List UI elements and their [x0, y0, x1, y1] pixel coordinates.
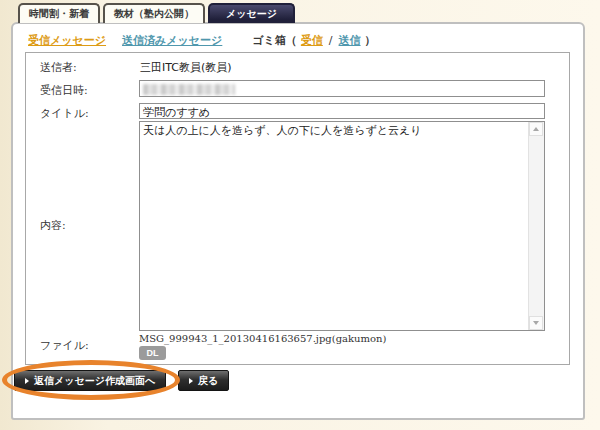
- page-background: 時間割・新着 教材（塾内公開） メッセージ 受信メッセージ 送信済みメッセージ …: [0, 0, 600, 430]
- inbox-messages-link[interactable]: 受信メッセージ: [28, 33, 106, 48]
- trash-label-close: ）: [365, 33, 376, 48]
- received-date-input[interactable]: [139, 80, 545, 97]
- textarea-scrollbar[interactable]: [528, 122, 544, 330]
- back-button[interactable]: 戻る: [178, 370, 229, 391]
- message-nav: 受信メッセージ 送信済みメッセージ ゴミ箱（ 受信 / 送信 ）: [28, 33, 376, 48]
- message-body-textarea[interactable]: 天は人の上に人を造らず、人の下に人を造らずと云えり: [139, 121, 545, 331]
- tab-materials[interactable]: 教材（塾内公開）: [103, 3, 205, 23]
- back-button-label: 戻る: [198, 374, 218, 388]
- arrow-right-icon: [25, 378, 29, 384]
- attachment-filename: MSG_999943_1_20130416163657.jpg(gakumon): [139, 333, 386, 344]
- trash-label: ゴミ箱（: [252, 33, 297, 48]
- file-label: ファイル:: [40, 338, 89, 353]
- message-detail-form: 送信者: 三田ITC教員(教員) 受信日時: タイトル: 学問のすすめ 内容: …: [25, 52, 570, 365]
- body-label: 内容:: [40, 218, 66, 233]
- reply-message-button-label: 返信メッセージ作成画面へ: [34, 374, 155, 388]
- download-button[interactable]: DL: [139, 346, 166, 360]
- arrow-right-icon: [189, 378, 193, 384]
- received-date-label: 受信日時:: [40, 83, 88, 98]
- tab-bar: 時間割・新着 教材（塾内公開） メッセージ: [18, 3, 295, 23]
- title-input[interactable]: 学問のすすめ: [139, 103, 545, 119]
- sender-label: 送信者:: [40, 60, 77, 75]
- trash-inbox-link[interactable]: 受信: [301, 33, 323, 48]
- trash-sent-link[interactable]: 送信: [339, 33, 361, 48]
- trash-separator: /: [329, 34, 333, 47]
- sender-value: 三田ITC教員(教員): [140, 60, 232, 75]
- title-label: タイトル:: [40, 106, 89, 121]
- message-body-text: 天は人の上に人を造らず、人の下に人を造らずと云えり: [143, 124, 526, 138]
- sent-messages-link[interactable]: 送信済みメッセージ: [122, 33, 222, 48]
- scroll-down-icon[interactable]: [529, 316, 543, 330]
- scroll-up-icon[interactable]: [529, 122, 543, 136]
- redacted-date-value: [143, 84, 235, 95]
- tab-timetable-new[interactable]: 時間割・新着: [18, 3, 100, 23]
- reply-message-button[interactable]: 返信メッセージ作成画面へ: [14, 370, 166, 391]
- tab-messages[interactable]: メッセージ: [208, 3, 295, 23]
